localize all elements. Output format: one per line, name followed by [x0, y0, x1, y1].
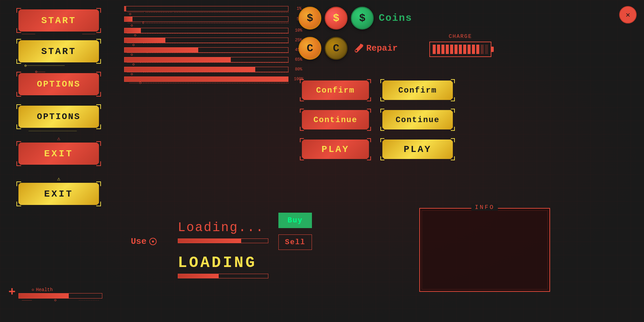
exit-red-label: EXIT	[44, 149, 73, 159]
loading-dots-text: Loading...	[178, 220, 264, 235]
loading-caps-text: LOADING	[178, 254, 257, 272]
info-panel: INFO	[419, 208, 550, 292]
exit-button-yellow[interactable]: ⚠ EXIT	[18, 183, 99, 205]
play-yellow-label: PLAY	[404, 144, 431, 155]
exit-yellow-label: EXIT	[44, 189, 73, 199]
orange-dollar-coin: $	[299, 7, 321, 30]
progress-bar-2: 5%	[124, 16, 288, 24]
loading-progress-bar	[178, 238, 268, 243]
close-button[interactable]: ✕	[619, 6, 637, 23]
progress-bar-7: 80%	[124, 67, 288, 72]
close-icon: ✕	[626, 10, 630, 19]
use-target-icon	[149, 238, 157, 245]
progress-label-7: 80%	[295, 67, 302, 72]
info-label: INFO	[471, 204, 498, 211]
repair-label: Repair	[366, 43, 398, 53]
coins-row2: C C Repair	[299, 37, 398, 60]
buy-label: Buy	[287, 216, 303, 225]
continue-yellow-label: Continue	[395, 115, 439, 124]
wrench-icon	[354, 43, 364, 53]
repair-icon-group: Repair	[354, 43, 398, 53]
progress-bars-section: 1% 5% 10%	[124, 6, 288, 87]
exit-button-red[interactable]: ⚠ EXIT	[18, 143, 99, 165]
sell-button[interactable]: Sell	[278, 234, 312, 250]
charge-section: CHARGE	[429, 34, 491, 57]
progress-bar-5: 45%	[124, 47, 288, 53]
play-button-yellow[interactable]: PLAY	[382, 140, 453, 159]
health-plus-icon: +	[8, 286, 16, 299]
buy-button[interactable]: Buy	[278, 213, 312, 228]
start-red-label: START	[41, 15, 76, 26]
health-label: Health	[36, 287, 53, 292]
confirm-red-label: Confirm	[316, 86, 355, 95]
health-bar-section: + Health	[18, 293, 102, 302]
options-button-yellow[interactable]: OPTIONS	[18, 106, 99, 128]
loading-caps-label: LOADING	[178, 254, 257, 272]
continue-button-yellow[interactable]: Continue	[382, 110, 453, 129]
battery-indicator	[429, 42, 491, 57]
continue-button-red[interactable]: Continue	[302, 110, 369, 129]
loading-dots-label: Loading...	[178, 220, 264, 235]
charge-label: CHARGE	[429, 34, 491, 40]
coins-row1: $ $ $ Coins	[299, 7, 412, 30]
red-dollar-coin: $	[325, 7, 347, 30]
dark-c-coin: C	[325, 37, 347, 60]
coins-label: Coins	[379, 12, 412, 24]
play-red-label: PLAY	[321, 144, 349, 155]
start-button-yellow[interactable]: START	[18, 40, 99, 62]
loading-caps-bar	[178, 274, 268, 278]
play-button-red[interactable]: PLAY	[302, 140, 369, 159]
options-red-label: OPTIONS	[37, 79, 80, 89]
warning-icon-yellow: ⚠	[57, 175, 60, 182]
progress-bar-8: 100%	[124, 76, 288, 84]
progress-bar-6: 65%	[124, 57, 288, 63]
confirm-button-red[interactable]: Confirm	[302, 80, 369, 100]
start-yellow-label: START	[41, 46, 76, 57]
options-button-red[interactable]: OPTIONS	[18, 73, 99, 95]
confirm-yellow-label: Confirm	[398, 86, 437, 95]
warning-icon-red: ⚠	[57, 135, 60, 142]
progress-bar-1: 1%	[124, 6, 288, 12]
progress-bar-3: 10%	[124, 28, 288, 34]
options-yellow-label: OPTIONS	[37, 112, 80, 122]
green-dollar-coin: $	[351, 7, 374, 30]
sell-label: Sell	[285, 238, 306, 247]
use-label: Use	[131, 236, 147, 247]
progress-bar-4: 25%	[124, 38, 288, 43]
confirm-button-yellow[interactable]: Confirm	[382, 80, 453, 100]
orange-c-coin: C	[299, 37, 321, 60]
use-label-group: Use	[131, 236, 157, 247]
start-button-red[interactable]: START	[18, 9, 99, 32]
continue-red-label: Continue	[313, 115, 357, 124]
